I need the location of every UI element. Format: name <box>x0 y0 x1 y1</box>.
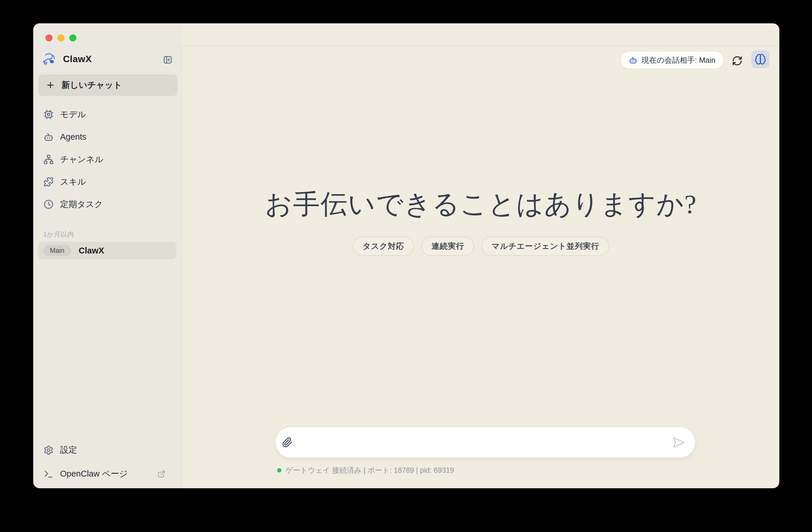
refresh-icon[interactable] <box>732 55 743 66</box>
sidebar-item-scheduled-tasks[interactable]: 定期タスク <box>38 193 177 216</box>
zoom-button[interactable] <box>69 34 76 41</box>
main-area: 現在の会話相手: Main お手伝いできることはありますか? タスク対応 連続実… <box>183 46 779 488</box>
plus-icon <box>46 81 55 90</box>
terminal-icon <box>43 469 54 479</box>
external-link-icon <box>158 470 165 478</box>
history-section-label: 1か月以内 <box>43 230 74 239</box>
panel-collapse-icon[interactable] <box>163 55 173 65</box>
sidebar-item-label: OpenClaw ページ <box>60 468 128 480</box>
minimize-button[interactable] <box>57 34 64 41</box>
puzzle-icon <box>43 177 54 187</box>
brand: ClawX <box>41 52 92 66</box>
gateway-status: ゲートウェイ 接続済み | ポート: 18789 | pid: 69319 <box>277 465 454 475</box>
sidebar-item-label: モデル <box>60 109 86 120</box>
sidebar-item-label: スキル <box>60 176 86 188</box>
suggestion-chip-task[interactable]: タスク対応 <box>353 236 415 256</box>
brain-button[interactable] <box>751 50 769 68</box>
robot-icon <box>629 56 637 64</box>
brain-icon <box>755 53 766 65</box>
history-label: ClawX <box>79 246 104 256</box>
new-chat-button[interactable]: 新しいチャット <box>38 74 177 96</box>
app-window: ClawX 新しいチャット モデル <box>33 23 779 488</box>
lobster-logo-icon <box>41 52 57 66</box>
sidebar-divider <box>182 46 183 488</box>
welcome-heading: お手伝いできることはありますか? <box>183 190 779 219</box>
send-icon[interactable] <box>672 436 684 449</box>
sidebar-item-label: チャンネル <box>60 154 103 166</box>
bot-icon <box>43 132 54 142</box>
suggestion-chips: タスク対応 連続実行 マルチエージェント並列実行 <box>183 236 779 256</box>
suggestion-chip-multiagent[interactable]: マルチエージェント並列実行 <box>481 236 609 256</box>
window-controls <box>45 34 76 41</box>
chat-history-item[interactable]: Main ClawX <box>38 242 176 259</box>
status-text: ゲートウェイ 接続済み | ポート: 18789 | pid: 69319 <box>286 465 454 475</box>
history-badge: Main <box>43 245 71 256</box>
sidebar-item-skills[interactable]: スキル <box>38 171 177 193</box>
current-agent-pill[interactable]: 現在の会話相手: Main <box>621 51 724 69</box>
sidebar-item-label: 定期タスク <box>60 199 103 210</box>
message-composer <box>275 427 695 458</box>
paperclip-icon[interactable] <box>282 437 293 448</box>
message-input[interactable] <box>298 431 667 454</box>
sidebar-item-label: Agents <box>60 132 86 142</box>
clock-icon <box>43 199 54 210</box>
cpu-icon <box>43 110 54 119</box>
sidebar-content: ClawX 新しいチャット モデル <box>33 46 182 488</box>
close-button[interactable] <box>45 34 53 41</box>
sidebar-item-agents[interactable]: Agents <box>38 126 177 148</box>
sidebar-item-label: 設定 <box>60 444 77 456</box>
current-agent-label: 現在の会話相手: Main <box>642 55 715 65</box>
sidebar-item-channels[interactable]: チャンネル <box>38 148 177 171</box>
sidebar-nav: モデル Agents チャンネル <box>38 103 177 216</box>
sidebar-item-settings[interactable]: 設定 <box>38 441 177 459</box>
sidebar-item-models[interactable]: モデル <box>38 103 177 126</box>
brand-name: ClawX <box>63 54 92 64</box>
suggestion-chip-continuous[interactable]: 連続実行 <box>421 236 474 256</box>
status-dot <box>277 468 281 473</box>
sidebar-item-openclaw-page[interactable]: OpenClaw ページ <box>38 465 177 483</box>
new-chat-label: 新しいチャット <box>61 79 122 91</box>
network-icon <box>43 154 54 164</box>
titlebar-divider <box>33 45 779 46</box>
gear-icon <box>43 445 54 455</box>
